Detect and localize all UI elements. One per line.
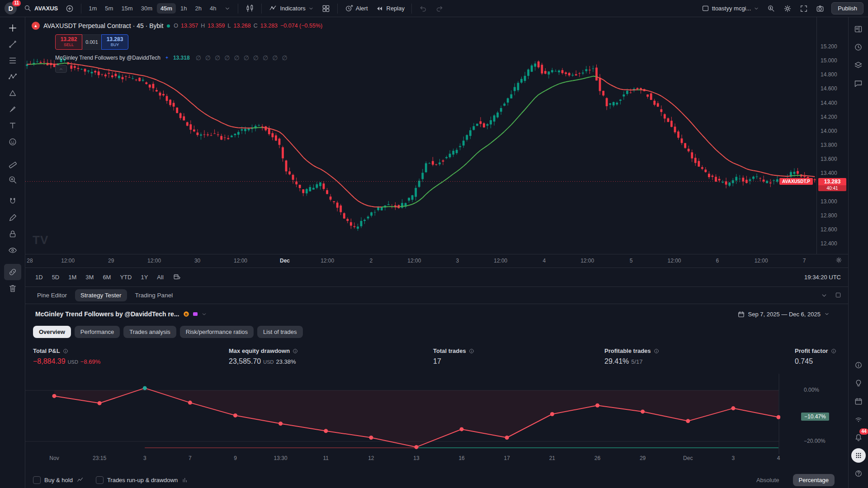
go-to-date-button[interactable] [170,271,184,283]
sidebar-bulb-button[interactable] [851,376,866,390]
equity-point[interactable] [550,412,554,416]
equity-point[interactable] [460,427,464,431]
timeframe-1h[interactable]: 1h [177,3,190,14]
equity-point[interactable] [415,445,419,449]
layout-menu-button[interactable]: ttoastyy mcgi... [698,2,763,14]
tool-brush[interactable] [4,101,21,117]
range-3M[interactable]: 3M [83,272,96,282]
buy-hold-toggle[interactable]: Buy & hold [33,476,84,484]
sidebar-chat-button[interactable] [851,76,866,90]
tool-crosshair[interactable] [4,20,21,36]
price-axis[interactable]: 13.283 40:41 15.20015.00014.80014.60014.… [816,17,848,254]
indicator-legend[interactable]: McGinley Trend Followers by @DaviddTech … [55,54,288,61]
equity-point[interactable] [98,401,102,405]
tab-trading-panel[interactable]: Trading Panel [130,289,179,301]
range-1Y[interactable]: 1Y [138,272,151,282]
tool-ruler[interactable] [4,155,21,172]
sidebar-info-button[interactable] [851,358,866,372]
strategy-title[interactable]: McGinley Trend Followers by @DaviddTech … [35,310,179,318]
tool-trash[interactable] [4,280,21,296]
subtab-risk-performance-ratios[interactable]: Risk/performance ratios [180,326,254,338]
sidebar-question-button[interactable] [851,466,866,481]
user-avatar[interactable]: D 11 [5,2,17,14]
equity-point[interactable] [641,409,645,413]
redo-button[interactable] [432,2,447,15]
subtab-overview[interactable]: Overview [33,326,71,338]
time-axis[interactable]: 2812:002912:003012:00Dec12:00212:00312:0… [25,254,848,267]
timeframe-45m[interactable]: 45m [157,3,176,14]
info-icon[interactable] [62,348,69,354]
panel-collapse-button[interactable] [820,291,828,300]
indicators-button[interactable]: Indicators [265,2,317,15]
settings-button[interactable] [780,2,795,15]
tool-draw[interactable] [4,210,21,226]
equity-point[interactable] [143,386,147,390]
timeframe-5m[interactable]: 5m [101,3,117,14]
clock-utc[interactable]: 19:34:20 UTC [804,274,841,281]
sidebar-bell-button[interactable]: 44 [851,430,866,445]
equity-point[interactable] [731,406,735,410]
undo-button[interactable] [415,2,431,15]
info-icon[interactable] [653,348,660,354]
equity-curve-chart[interactable] [25,374,780,454]
tool-textT[interactable] [4,117,21,134]
range-All[interactable]: All [154,272,166,282]
date-range-picker[interactable]: Sep 7, 2025 — Dec 6, 2025 [737,310,830,318]
range-1D[interactable]: 1D [33,272,46,282]
tool-trendline[interactable] [4,36,21,52]
quick-search-button[interactable] [764,2,779,15]
add-symbol-button[interactable] [62,2,77,15]
candlestick-chart[interactable] [25,17,816,254]
strategy-menu-chevron[interactable] [201,311,208,318]
symbol-search[interactable]: AVAXUS [20,2,61,14]
timeframe-4h[interactable]: 4h [206,3,220,14]
replay-button[interactable]: Replay [372,2,408,15]
equity-point[interactable] [369,436,373,440]
legend-collapse-button[interactable] [55,65,67,73]
sidebar-griddots-button[interactable] [851,448,866,463]
symbol-title[interactable]: AVAXUSDT Perpetual Contract · 45 · Bybit [43,22,163,29]
tool-lock[interactable] [4,226,21,242]
info-icon[interactable] [292,348,298,354]
equity-point[interactable] [188,401,192,405]
equity-point[interactable] [505,436,509,440]
timeframe-15m[interactable]: 15m [118,3,136,14]
runup-drawdown-toggle[interactable]: Trades run-up & drawdown [96,476,189,484]
tool-zoom[interactable] [4,172,21,188]
tool-magnet[interactable] [4,193,21,210]
equity-point[interactable] [278,422,283,426]
timeframe-more-button[interactable] [221,3,234,14]
fullscreen-button[interactable] [796,2,811,15]
sidebar-layers-button[interactable] [851,58,866,72]
equity-point[interactable] [324,429,328,433]
info-icon[interactable] [468,348,475,354]
tool-emoji[interactable] [4,134,21,150]
subtab-trades-analysis[interactable]: Trades analysis [123,326,176,338]
tab-pine-editor[interactable]: Pine Editor [32,289,72,301]
panel-maximize-button[interactable] [835,291,842,300]
publish-button[interactable]: Publish [831,2,863,14]
runup-drawdown-checkbox[interactable] [96,476,104,484]
tool-eye[interactable] [4,242,21,258]
equity-point[interactable] [233,413,237,418]
sidebar-clock-button[interactable] [851,40,866,54]
sidebar-listpanel-button[interactable] [851,22,866,36]
subtab-performance[interactable]: Performance [75,326,120,338]
percentage-toggle[interactable]: Percentage [793,474,835,486]
equity-point[interactable] [686,419,690,423]
tool-fib[interactable] [4,52,21,69]
absolute-toggle[interactable]: Absolute [756,477,779,483]
tool-pattern[interactable] [4,69,21,85]
range-YTD[interactable]: YTD [117,272,134,282]
buy-button[interactable]: 13.283 BUY [101,34,128,50]
snapshot-button[interactable] [812,2,828,15]
range-1M[interactable]: 1M [66,272,79,282]
timeframe-30m[interactable]: 30m [137,3,156,14]
time-axis-settings[interactable] [835,256,843,264]
range-5D[interactable]: 5D [49,272,62,282]
sidebar-calendar-button[interactable] [851,394,866,408]
chart-style-button[interactable] [242,2,258,15]
tab-strategy-tester[interactable]: Strategy Tester [75,289,127,301]
tool-forecast[interactable] [4,85,21,101]
subtab-list-of-trades[interactable]: List of trades [257,326,302,338]
